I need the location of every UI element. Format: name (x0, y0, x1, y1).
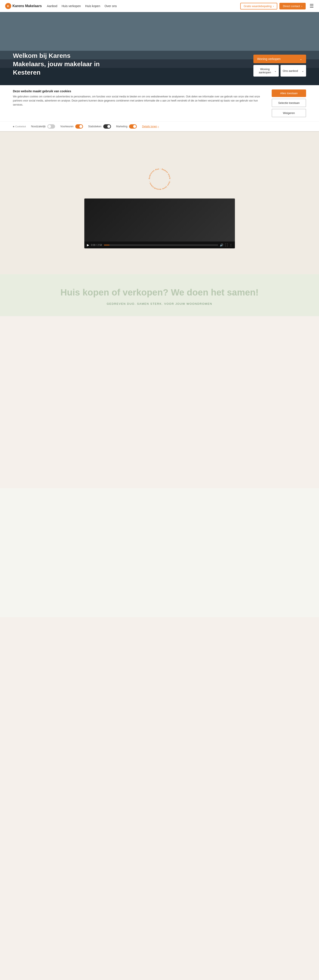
cookiebot-logo: ■ Cookiebot (13, 125, 26, 128)
cookie-text: We gebruiken cookies om content en adver… (13, 95, 265, 107)
big-headline: Huis kopen of verkopen? We doen het same… (13, 287, 306, 302)
voorkeuren-toggle-group: Voorkeuren (60, 124, 83, 129)
video-section: Gedreven duo · Samen sterk · Voor jouw w… (0, 149, 319, 274)
nav-links: Aanbod Huis verkopen Huis kopen Over ons (47, 4, 240, 8)
navbar: K Karens Makelaars Aanbod Huis verkopen … (0, 0, 319, 12)
noodzakelijk-label: Noodzakelijk (31, 125, 46, 128)
circle-text-svg: Gedreven duo · Samen sterk · Voor jouw w… (147, 166, 172, 192)
nav-over-ons[interactable]: Over ons (105, 4, 117, 8)
marketing-label: Marketing (116, 125, 128, 128)
headline-section: Huis kopen of verkopen? We doen het same… (0, 274, 319, 316)
bottom-section (0, 488, 319, 617)
gratis-waardebepaling-button[interactable]: Gratis waardebepaling › (240, 3, 277, 10)
logo-text: Karens Makelaars (13, 4, 42, 8)
video-time: 0:00 / 2:58 (91, 243, 102, 246)
noodzakelijk-toggle[interactable] (47, 124, 55, 129)
woning-verkopen-button[interactable]: Woning verkopen ⌄ (254, 55, 306, 63)
hero-content: Welkom bij Karens Makelaars, jouw makela… (0, 51, 319, 85)
direct-contact-button[interactable]: Direct contact › (279, 3, 306, 10)
voorkeuren-label: Voorkeuren (60, 125, 73, 128)
details-tonen-link[interactable]: Details tonen › (142, 125, 159, 128)
nav-buttons: Gratis waardebepaling › Direct contact ›… (240, 3, 314, 10)
alles-toestaan-button[interactable]: Alles toestaan (272, 89, 306, 97)
spacer-1 (0, 132, 319, 149)
fullscreen-icon[interactable]: ⛶ (225, 243, 228, 247)
cookie-buttons: Alles toestaan Selectie toestaan Weigere… (272, 89, 306, 117)
logo[interactable]: K Karens Makelaars (5, 3, 42, 9)
hero-section: Welkom bij Karens Makelaars, jouw makela… (0, 12, 319, 85)
circle-badge: Gedreven duo · Samen sterk · Voor jouw w… (147, 166, 172, 192)
arrow-icon: › (273, 5, 274, 8)
video-player: ▶ 0:00 / 2:58 🔊 ⛶ ⋮ (85, 199, 235, 248)
logo-icon: K (5, 3, 11, 9)
video-progress-fill (104, 245, 110, 245)
volume-icon[interactable]: 🔊 (220, 243, 223, 247)
headline-subtitle: GEDREVEN DUO. SAMEN STERK. VOOR JOUW WOO… (13, 302, 306, 314)
hamburger-menu-button[interactable]: ☰ (309, 3, 314, 9)
statistieken-toggle[interactable] (103, 124, 111, 129)
video-icons: 🔊 ⛶ ⋮ (220, 243, 232, 247)
nav-huis-kopen[interactable]: Huis kopen (85, 4, 100, 8)
video-controls: ▶ 0:00 / 2:58 🔊 ⛶ ⋮ (85, 242, 235, 248)
video-placeholder (85, 199, 235, 242)
cookiebot-icon: ■ (13, 125, 14, 128)
selectie-toestaan-button[interactable]: Selectie toestaan (272, 99, 306, 107)
cookie-text-block: Deze website maakt gebruik van cookies W… (13, 89, 265, 107)
nav-aanbod[interactable]: Aanbod (47, 4, 57, 8)
marketing-toggle[interactable] (129, 124, 137, 129)
chevron-down-icon: ⌄ (301, 69, 304, 73)
hero-bottom-buttons: Woning aankopen ⌄ Ons aanbod ⌄ (254, 65, 306, 76)
arrow-icon: › (301, 5, 302, 8)
chevron-right-icon: › (158, 125, 159, 128)
woning-aankopen-button[interactable]: Woning aankopen ⌄ (254, 65, 279, 76)
voorkeuren-toggle[interactable] (75, 124, 83, 129)
chevron-down-icon: ⌄ (274, 69, 277, 73)
svg-text:Gedreven duo · Samen sterk · V: Gedreven duo · Samen sterk · Voor jouw w… (148, 168, 171, 191)
statistieken-toggle-group: Statistieken (88, 124, 111, 129)
cookie-title: Deze website maakt gebruik van cookies (13, 89, 265, 93)
video-progress-bar[interactable] (104, 245, 218, 245)
weigeren-button[interactable]: Weigeren (272, 109, 306, 117)
statistieken-label: Statistieken (88, 125, 102, 128)
large-content-section (0, 316, 319, 488)
play-button[interactable]: ▶ (87, 243, 89, 247)
noodzakelijk-toggle-group: Noodzakelijk (31, 124, 55, 129)
cookie-bar: ■ Cookiebot Noodzakelijk Voorkeuren Stat… (0, 122, 319, 132)
ons-aanbod-button[interactable]: Ons aanbod ⌄ (281, 65, 306, 76)
more-icon[interactable]: ⋮ (230, 243, 232, 247)
cookie-banner: Deze website maakt gebruik van cookies W… (0, 85, 319, 122)
marketing-toggle-group: Marketing (116, 124, 137, 129)
nav-huis-verkopen[interactable]: Huis verkopen (62, 4, 81, 8)
hero-title: Welkom bij Karens Makelaars, jouw makela… (13, 51, 103, 76)
hero-buttons: Woning verkopen ⌄ Woning aankopen ⌄ Ons … (254, 55, 306, 76)
chevron-down-icon: ⌄ (300, 57, 302, 60)
